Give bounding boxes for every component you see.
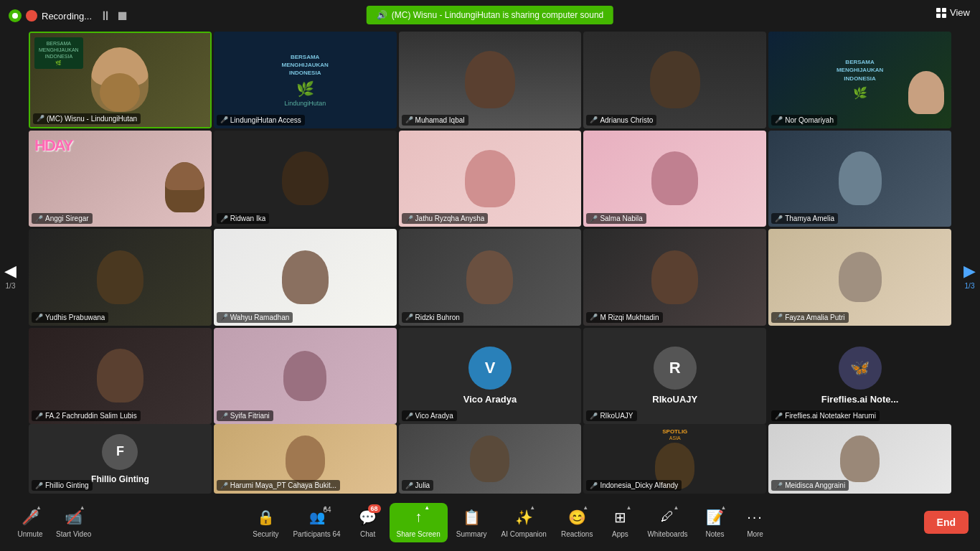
reactions-label: Reactions [561, 530, 593, 538]
toolbar-left: 🎤 ▲ Unmute 📹 ▲ Start Video [11, 503, 97, 542]
more-icon: ··· [745, 507, 765, 527]
participants-button[interactable]: 👥 64 ▲ Participants 64 [287, 503, 346, 542]
security-button[interactable]: 🔒 Security [247, 503, 284, 542]
notes-chevron[interactable]: ▲ [721, 504, 727, 511]
name-tag-8: 🎤 Jathu Ryzqha Anysha [402, 213, 489, 224]
video-cell-22: 🎤 Harumi Maya_PT Cahaya Bukit... [214, 424, 397, 494]
mute-icon-2: 🎤 [220, 116, 228, 123]
name-tag-5: 🎤 Nor Qomariyah [771, 115, 837, 126]
share-screen-icon: ↑ ▲ [408, 507, 428, 527]
video-cell-2: BERSAMAMENGHIJAUKANINDONESIA 🌿 LindungiH… [214, 32, 397, 128]
video-cell-14: 🎤 M Rizqi Mukhtadin [583, 229, 766, 326]
name-tag-21: 🎤 Fhillio Ginting [32, 480, 93, 491]
red-dot-icon [26, 10, 37, 22]
right-nav-arrow[interactable]: ▶ 1/3 [963, 262, 976, 290]
name-tag-20: 🎤 Fireflies.ai Notetaker Harumi [771, 410, 880, 421]
green-dot-icon [9, 9, 22, 22]
unmute-chevron[interactable]: ▲ [36, 504, 42, 511]
avatar-name-18: Vico Aradya [463, 394, 517, 405]
avatar-name-21: Fhillio Ginting [91, 474, 149, 484]
unmute-button[interactable]: 🎤 ▲ Unmute [11, 503, 49, 542]
chat-badge: 68 [368, 504, 381, 513]
whiteboards-label: Whiteboards [647, 530, 687, 538]
video-cell-9: 🎤 Salma Nabila [583, 131, 766, 227]
whiteboards-icon: 🖊 ▲ [657, 507, 677, 527]
chat-button[interactable]: 💬 68 Chat [349, 503, 387, 542]
name-tag-10: 🎤 Thamya Amelia [771, 213, 838, 224]
name-tag-18: 🎤 Vico Aradya [402, 410, 457, 421]
reactions-chevron[interactable]: ▲ [583, 504, 588, 511]
video-cell-16: 🎤 FA.2 Fachruddin Salim Lubis [29, 328, 212, 425]
toolbar: 🎤 ▲ Unmute 📹 ▲ Start Video 🔒 [0, 494, 980, 551]
video-cell-13: 🎤 Ridzki Buhron [399, 229, 582, 326]
name-tag-25: 🎤 Meidisca Anggraini [771, 480, 849, 491]
video-cell-6: HDAY 🎤 Anggi Siregar [29, 131, 212, 227]
video-cell-17: 🎤 Syifa Fitriani [214, 328, 397, 425]
whiteboards-button[interactable]: 🖊 ▲ Whiteboards [641, 503, 693, 542]
video-chevron[interactable]: ▲ [80, 504, 85, 511]
sharing-banner: 🔊 (MC) Wisnu - LindungiHutan is sharing … [367, 6, 613, 24]
video-cell-11: 🎤 Yudhis Prabuwana [29, 229, 212, 326]
companion-chevron[interactable]: ▲ [529, 504, 535, 511]
summary-label: Summary [456, 530, 487, 538]
top-bar: Recording... ⏸ ⏹ 🔊 (MC) Wisnu - Lindungi… [0, 0, 980, 32]
stop-icon[interactable]: ⏹ [116, 9, 129, 24]
name-tag-14: 🎤 M Rizqi Mukhtadin [586, 312, 662, 323]
companion-icon: ✨ ▲ [514, 507, 534, 527]
name-tag-17: 🎤 Syifa Fitriani [217, 410, 273, 421]
companion-button[interactable]: ✨ ▲ AI Companion [496, 503, 552, 542]
apps-chevron[interactable]: ▲ [626, 504, 631, 511]
share-screen-button[interactable]: ↑ ▲ Share Screen [390, 503, 448, 542]
summary-button[interactable]: 📋 Summary [451, 503, 493, 542]
video-cell-4: 🎤 Adrianus Christo [583, 32, 766, 128]
apps-label: Apps [612, 530, 628, 538]
avatar-name-20: Fireflies.ai Note... [821, 394, 899, 405]
video-cell-24: SPOTLIG ASIA 🎤 Indonesia_Dicky Alfandy [583, 424, 766, 494]
name-tag-15: 🎤 Fayza Amalia Putri [771, 312, 848, 323]
notes-button[interactable]: 📝 ▲ Notes [697, 503, 734, 542]
recording-indicator: Recording... ⏸ ⏹ [9, 9, 129, 24]
whiteboards-chevron[interactable]: ▲ [674, 504, 679, 511]
toolbar-center: 🔒 Security 👥 64 ▲ Participants 64 💬 68 C… [247, 503, 773, 542]
pause-icon[interactable]: ⏸ [99, 9, 112, 24]
video-grid: BERSAMAMENGHIJAUKANINDONESIA🌿 🎤 (MC) Wis… [29, 32, 951, 424]
name-tag-9: 🎤 Salma Nabila [586, 213, 646, 224]
security-icon: 🔒 [255, 507, 275, 527]
summary-icon: 📋 [461, 507, 481, 527]
avatar-19: R [654, 347, 697, 390]
video-cell-3: 🎤 Muhamad Iqbal [399, 32, 582, 128]
start-video-button[interactable]: 📹 ▲ Start Video [50, 503, 97, 542]
video-cell-18: V Vico Aradya 🎤 Vico Aradya [399, 328, 582, 425]
video-cell-10: 🎤 Thamya Amelia [768, 131, 951, 227]
start-video-label: Start Video [56, 530, 91, 538]
notes-label: Notes [705, 530, 724, 538]
end-button[interactable]: End [924, 511, 969, 534]
companion-label: AI Companion [501, 530, 547, 538]
name-tag-11: 🎤 Yudhis Prabuwana [32, 312, 108, 323]
avatar-18: V [468, 347, 512, 390]
participants-chevron[interactable]: ▲ [323, 504, 329, 511]
video-cell-8: 🎤 Jathu Ryzqha Anysha [399, 131, 582, 227]
name-tag-23: 🎤 Julia [402, 480, 434, 491]
apps-icon: ⊞ ▲ [610, 507, 630, 527]
unmute-label: Unmute [17, 530, 42, 538]
chat-icon: 💬 68 [358, 507, 378, 527]
more-button[interactable]: ··· More [737, 503, 774, 542]
name-tag-1: 🎤 (MC) Wisnu - LindungiHutan [33, 113, 141, 124]
security-label: Security [253, 530, 278, 538]
reactions-button[interactable]: 😊 ▲ Reactions [555, 503, 598, 542]
name-tag-7: 🎤 Ridwan Ika [217, 213, 269, 224]
video-cell-25: 🎤 Meidisca Anggraini [768, 424, 951, 494]
recording-label: Recording... [42, 11, 92, 22]
share-screen-label: Share Screen [397, 530, 440, 538]
participants-icon: 👥 64 ▲ [307, 507, 327, 527]
left-nav-arrow[interactable]: ◀ 1/3 [4, 262, 17, 290]
name-tag-2: 🎤 LindungiHutan Access [217, 115, 305, 126]
name-tag-4: 🎤 Adrianus Christo [586, 115, 656, 126]
view-button[interactable]: View [936, 7, 970, 18]
video-cell-7: 🎤 Ridwan Ika [214, 131, 397, 227]
apps-button[interactable]: ⊞ ▲ Apps [601, 503, 639, 542]
bottom-row: F Fhillio Ginting 🎤 Fhillio Ginting 🎤 Ha… [29, 424, 951, 494]
participants-label: Participants 64 [293, 530, 340, 538]
notes-icon: 📝 ▲ [705, 507, 725, 527]
